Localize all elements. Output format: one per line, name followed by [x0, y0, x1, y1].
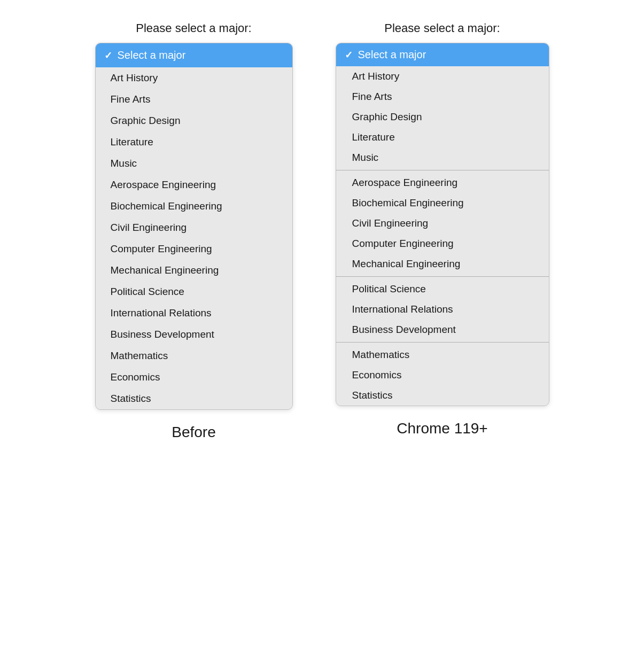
- after-item-mechanical[interactable]: Mechanical Engineering: [336, 254, 549, 274]
- before-item-mathematics[interactable]: Mathematics: [96, 345, 292, 367]
- after-item-statistics[interactable]: Statistics: [336, 385, 549, 406]
- before-item-music[interactable]: Music: [96, 153, 292, 174]
- before-label: Please select a major:: [136, 21, 251, 35]
- after-item-biochemical[interactable]: Biochemical Engineering: [336, 193, 549, 213]
- before-item-computer[interactable]: Computer Engineering: [96, 238, 292, 260]
- divider-2: [336, 276, 549, 277]
- before-item-intl-relations[interactable]: International Relations: [96, 302, 292, 324]
- after-caption: Chrome 119+: [397, 420, 487, 437]
- after-item-music[interactable]: Music: [336, 147, 549, 168]
- before-selected-option[interactable]: ✓ Select a major: [96, 43, 292, 67]
- before-item-aerospace[interactable]: Aerospace Engineering: [96, 174, 292, 196]
- before-item-fine-arts[interactable]: Fine Arts: [96, 89, 292, 110]
- after-item-economics[interactable]: Economics: [336, 365, 549, 385]
- before-item-art-history[interactable]: Art History: [96, 67, 292, 89]
- after-selected-option[interactable]: ✓ Select a major: [336, 43, 549, 66]
- checkmark-icon: ✓: [104, 50, 112, 61]
- after-item-aerospace[interactable]: Aerospace Engineering: [336, 173, 549, 193]
- after-item-intl-relations[interactable]: International Relations: [336, 299, 549, 320]
- before-item-mechanical[interactable]: Mechanical Engineering: [96, 260, 292, 281]
- before-item-biochemical[interactable]: Biochemical Engineering: [96, 196, 292, 217]
- after-item-literature[interactable]: Literature: [336, 127, 549, 147]
- after-item-art-history[interactable]: Art History: [336, 66, 549, 87]
- after-item-business[interactable]: Business Development: [336, 320, 549, 340]
- after-dropdown[interactable]: ✓ Select a major Art History Fine Arts G…: [336, 43, 549, 406]
- before-panel: Please select a major: ✓ Select a major …: [95, 21, 293, 441]
- after-item-political[interactable]: Political Science: [336, 279, 549, 299]
- checkmark-icon-after: ✓: [345, 49, 353, 61]
- before-item-literature[interactable]: Literature: [96, 131, 292, 153]
- divider-3: [336, 342, 549, 343]
- after-label: Please select a major:: [384, 21, 500, 35]
- after-item-civil[interactable]: Civil Engineering: [336, 213, 549, 234]
- before-item-economics[interactable]: Economics: [96, 367, 292, 388]
- divider-1: [336, 170, 549, 170]
- after-selected-label: Select a major: [358, 49, 426, 61]
- after-item-graphic-design[interactable]: Graphic Design: [336, 107, 549, 127]
- before-caption: Before: [172, 424, 216, 441]
- after-item-mathematics[interactable]: Mathematics: [336, 345, 549, 365]
- before-item-statistics[interactable]: Statistics: [96, 388, 292, 409]
- after-panel: Please select a major: ✓ Select a major …: [336, 21, 549, 437]
- before-item-graphic-design[interactable]: Graphic Design: [96, 110, 292, 131]
- before-selected-label: Select a major: [118, 49, 186, 61]
- after-item-fine-arts[interactable]: Fine Arts: [336, 87, 549, 107]
- before-dropdown[interactable]: ✓ Select a major Art History Fine Arts G…: [95, 43, 293, 410]
- after-item-computer[interactable]: Computer Engineering: [336, 234, 549, 254]
- before-item-political[interactable]: Political Science: [96, 281, 292, 302]
- before-item-civil[interactable]: Civil Engineering: [96, 217, 292, 238]
- before-item-business[interactable]: Business Development: [96, 324, 292, 345]
